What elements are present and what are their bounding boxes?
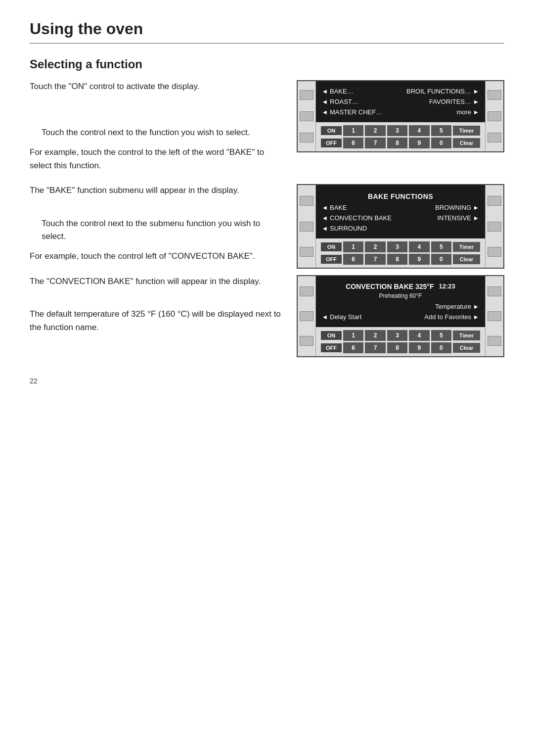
btn-3-0[interactable]: 0 [431,342,451,353]
btn-2-4[interactable]: 4 [409,241,429,252]
btn-3-9[interactable]: 9 [409,342,429,353]
btn-2-8[interactable]: 8 [387,254,407,265]
screen-row-3-2: Temperature [323,301,478,312]
btn-1-5[interactable]: 5 [431,125,451,136]
side-btn2-right-3[interactable] [488,247,501,257]
screen-row-3-3: Delay Start Add to Favorites [323,312,478,322]
side-btn-left-2[interactable] [300,111,313,121]
btn-row-2-bottom: OFF 6 7 8 9 0 Clear [321,254,480,265]
btn-2-1[interactable]: 1 [343,241,363,252]
screen-masterchef-label: MASTER CHEF… [323,108,382,116]
section-1-display: BAKE… BROIL FUNCTIONS… ROAST… FAVORITES…… [297,80,504,152]
side-btn-left-3[interactable] [300,133,313,142]
btn-2-2[interactable]: 2 [365,241,385,252]
side-buttons-left-2 [298,185,316,268]
btn-3-5[interactable]: 5 [431,330,451,341]
btn-1-6[interactable]: 6 [343,138,363,148]
btn-1-8[interactable]: 8 [387,138,407,148]
side-btn3-right-1[interactable] [488,286,501,296]
para-3-1: The "CONVECTION BAKE" function will appe… [30,275,282,288]
btn-1-3[interactable]: 3 [387,125,407,136]
btn-1-0[interactable]: 0 [431,138,451,148]
btn-3-4[interactable]: 4 [409,330,429,341]
screen-favorites-label: FAVORITES… [429,98,478,105]
btn-row-1-bottom: OFF 6 7 8 9 0 Clear [321,138,480,148]
para-2-1: The "BAKE" function submenu will appear … [30,184,282,197]
btn-on-1[interactable]: ON [321,126,342,135]
btn-2-0[interactable]: 0 [431,254,451,265]
btn-1-1[interactable]: 1 [343,125,363,136]
screen-more-label: more [456,108,478,116]
side-btn-right-2[interactable] [488,111,501,121]
btn-on-3[interactable]: ON [321,331,342,340]
oven-panel-1: BAKE… BROIL FUNCTIONS… ROAST… FAVORITES…… [297,80,504,152]
section-heading: Selecting a function [30,57,504,71]
side-btn3-left-2[interactable] [300,311,313,321]
section-2-display: BAKE FUNCTIONS BAKE BROWNING CONVECTION … [297,184,504,269]
oven-screen-3: CONVECTION BAKE 325°F 12:23 Preheating 6… [316,276,485,327]
btn-off-1[interactable]: OFF [321,139,342,147]
btn-off-3[interactable]: OFF [321,343,342,352]
btn-clear-1[interactable]: Clear [453,138,480,148]
btn-2-5[interactable]: 5 [431,241,451,252]
screen-broil-label: BROIL FUNCTIONS… [406,88,478,95]
side-btn2-left-2[interactable] [300,222,313,232]
para-1-1: Touch the "ON" control to activate the d… [30,80,282,93]
screen-roast-label: ROAST… [323,98,358,105]
section-3-text: The "CONVECTION BAKE" function will appe… [30,275,282,341]
oven-panel-3: CONVECTION BAKE 325°F 12:23 Preheating 6… [297,275,504,357]
btn-timer-3[interactable]: Timer [453,331,480,340]
btn-2-6[interactable]: 6 [343,254,363,265]
side-buttons-right-1 [485,81,503,151]
side-btn2-left-3[interactable] [300,247,313,257]
btn-row-3-top: ON 1 2 3 4 5 Timer [321,330,480,341]
section-3-display: CONVECTION BAKE 325°F 12:23 Preheating 6… [297,275,504,357]
btn-2-7[interactable]: 7 [365,254,385,265]
btn-3-1[interactable]: 1 [343,330,363,341]
side-buttons-left-3 [298,276,316,356]
section-3: The "CONVECTION BAKE" function will appe… [30,275,504,357]
side-btn-right-3[interactable] [488,133,501,142]
btn-2-9[interactable]: 9 [409,254,429,265]
screen-browning-label: BROWNING [435,204,478,211]
side-buttons-right-3 [485,276,503,356]
screen-row-2-3: SURROUND [323,223,478,234]
side-btn2-right-2[interactable] [488,222,501,232]
btn-1-7[interactable]: 7 [365,138,385,148]
oven-buttons-1: ON 1 2 3 4 5 Timer OFF 6 7 8 9 0 [316,122,485,151]
side-btn2-left-1[interactable] [300,196,313,206]
btn-3-8[interactable]: 8 [387,342,407,353]
btn-off-2[interactable]: OFF [321,255,342,264]
page-title: Using the oven [30,20,504,38]
oven-screen-1: BAKE… BROIL FUNCTIONS… ROAST… FAVORITES…… [316,81,485,122]
btn-3-3[interactable]: 3 [387,330,407,341]
btn-timer-2[interactable]: Timer [453,242,480,252]
side-btn2-right-1[interactable] [488,196,501,206]
btn-1-9[interactable]: 9 [409,138,429,148]
side-btn3-left-1[interactable] [300,286,313,296]
side-btn3-left-3[interactable] [300,336,313,346]
side-btn-right-1[interactable] [488,90,501,100]
screen-bake-label: BAKE… [323,88,354,95]
side-btn-left-1[interactable] [300,90,313,100]
title-divider [30,43,504,44]
oven-buttons-2: ON 1 2 3 4 5 Timer OFF 6 7 8 9 0 [316,238,485,268]
btn-2-3[interactable]: 3 [387,241,407,252]
side-btn3-right-3[interactable] [488,336,501,346]
btn-1-2[interactable]: 2 [365,125,385,136]
btn-3-2[interactable]: 2 [365,330,385,341]
screen-delay-start: Delay Start [323,313,361,321]
side-btn3-right-2[interactable] [488,311,501,321]
btn-clear-3[interactable]: Clear [453,343,480,353]
btn-timer-1[interactable]: Timer [453,126,480,136]
btn-row-1-top: ON 1 2 3 4 5 Timer [321,125,480,136]
btn-3-7[interactable]: 7 [365,342,385,353]
screen-title-2: BAKE FUNCTIONS [323,190,478,202]
btn-3-6[interactable]: 6 [343,342,363,353]
btn-1-4[interactable]: 4 [409,125,429,136]
screen-row-3-title: CONVECTION BAKE 325°F 12:23 [323,281,478,292]
btn-on-2[interactable]: ON [321,242,342,251]
screen-row-2-1: BAKE BROWNING [323,202,478,213]
btn-clear-2[interactable]: Clear [453,254,480,264]
screen-bake2-label: BAKE [323,204,347,211]
